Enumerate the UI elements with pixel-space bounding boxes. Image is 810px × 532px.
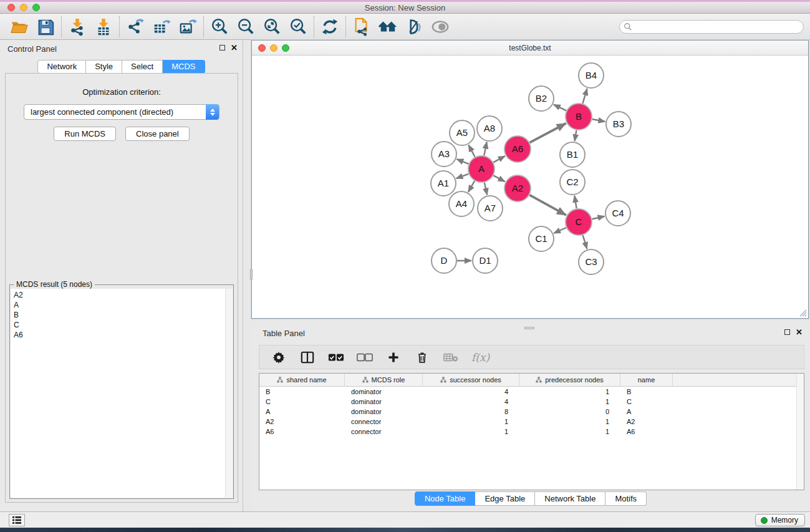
export-network-button[interactable] (122, 16, 148, 38)
memory-button[interactable]: Memory (755, 514, 805, 526)
network-zoom-button[interactable] (282, 44, 289, 52)
node-A4[interactable]: A4 (449, 191, 474, 216)
result-scrollbar[interactable] (225, 289, 233, 498)
function-builder-button[interactable]: f(x) (471, 351, 489, 364)
node-C4[interactable]: C4 (605, 201, 630, 226)
edge-A6-B[interactable] (529, 123, 566, 143)
node-A7[interactable]: A7 (478, 196, 503, 221)
delete-table-button[interactable] (443, 349, 459, 365)
annotation-mode-button[interactable] (401, 16, 427, 38)
edge-C-C4[interactable] (592, 216, 604, 219)
network-window-titlebar[interactable]: testGlobe.txt (252, 41, 808, 56)
cell-name[interactable]: A6 (620, 427, 673, 437)
tab-style[interactable]: Style (86, 60, 122, 74)
node-B[interactable]: B (566, 104, 592, 130)
tab-network[interactable]: Network (37, 60, 86, 74)
node-A1[interactable]: A1 (431, 171, 456, 196)
column-header-successor-nodes[interactable]: successor nodes (423, 374, 519, 386)
table-settings-button[interactable] (271, 349, 287, 365)
result-item[interactable]: C (14, 320, 225, 330)
select-all-button[interactable] (328, 349, 344, 365)
edge-A-A2[interactable] (493, 175, 504, 181)
cell-predecessor-nodes[interactable]: 0 (519, 407, 620, 417)
network-close-button[interactable] (258, 44, 266, 52)
column-header-MCDS-role[interactable]: MCDS role (345, 374, 423, 386)
network-canvas[interactable]: B4B2BB3A5A8A6B1A3AC2A1A2A4A7C4CC1DD1C3 (252, 56, 808, 318)
zoom-out-button[interactable] (233, 16, 259, 38)
result-item[interactable]: A2 (14, 290, 225, 300)
cell-successor-nodes[interactable]: 1 (423, 417, 519, 427)
save-session-button[interactable] (32, 16, 59, 38)
show-hide-panel-button[interactable] (427, 16, 453, 38)
close-window-button[interactable] (7, 4, 15, 11)
edge-B-B3[interactable] (592, 119, 605, 122)
zoom-in-button[interactable] (206, 16, 233, 38)
task-history-button[interactable] (9, 514, 25, 526)
cell-MCDS-role[interactable]: connector (345, 427, 423, 437)
cell-predecessor-nodes[interactable]: 1 (519, 387, 620, 397)
node-A5[interactable]: A5 (450, 120, 475, 145)
mcds-result-list[interactable]: A2ABCA6 (11, 289, 225, 498)
close-panel-icon[interactable]: ✕ (231, 44, 238, 51)
edge-C-C3[interactable] (583, 235, 587, 249)
apply-layout-button[interactable] (317, 16, 343, 38)
table-row[interactable]: Adominator80A (259, 407, 804, 417)
cell-shared-name[interactable]: C (259, 397, 345, 407)
zoom-window-button[interactable] (32, 4, 40, 11)
cell-name[interactable]: A2 (620, 417, 673, 427)
edge-C-C1[interactable] (554, 228, 566, 233)
network-minimize-button[interactable] (270, 44, 277, 52)
cell-name[interactable]: A (620, 407, 673, 417)
export-image-button[interactable] (175, 16, 201, 38)
cell-MCDS-role[interactable]: dominator (345, 407, 423, 417)
cell-shared-name[interactable]: A6 (259, 427, 345, 437)
edge-B-B1[interactable] (575, 130, 577, 142)
tab-edge-table[interactable]: Edge Table (475, 491, 535, 506)
cell-successor-nodes[interactable]: 4 (423, 387, 519, 397)
cell-successor-nodes[interactable]: 4 (423, 397, 519, 407)
cell-name[interactable]: B (620, 387, 673, 397)
result-item[interactable]: A (14, 300, 225, 310)
first-neighbors-button[interactable] (375, 16, 401, 38)
cell-name[interactable]: C (620, 397, 673, 407)
table-scrollbar[interactable] (796, 374, 804, 490)
column-header-shared-name[interactable]: shared name (259, 374, 345, 386)
cell-MCDS-role[interactable]: dominator (345, 387, 423, 397)
cell-MCDS-role[interactable]: connector (345, 417, 423, 427)
cell-predecessor-nodes[interactable]: 1 (519, 427, 620, 437)
cell-shared-name[interactable]: B (259, 387, 345, 397)
network-graph[interactable]: B4B2BB3A5A8A6B1A3AC2A1A2A4A7C4CC1DD1C3 (252, 56, 808, 318)
table-row[interactable]: Bdominator41B (259, 387, 804, 397)
cell-successor-nodes[interactable]: 8 (423, 407, 519, 417)
tab-node-table[interactable]: Node Table (415, 491, 476, 506)
table-row[interactable]: A2connector11A2 (259, 417, 804, 427)
open-session-button[interactable] (6, 16, 32, 38)
node-C3[interactable]: C3 (579, 249, 604, 274)
edge-A-A6[interactable] (493, 156, 505, 162)
cell-shared-name[interactable]: A2 (259, 417, 345, 427)
cell-predecessor-nodes[interactable]: 1 (519, 417, 620, 427)
tab-mcds[interactable]: MCDS (163, 60, 205, 74)
edge-B-B2[interactable] (554, 105, 566, 111)
splitter-handle[interactable] (524, 327, 534, 329)
edge-A-A7[interactable] (485, 182, 487, 195)
delete-column-button[interactable] (414, 349, 430, 365)
node-D[interactable]: D (432, 248, 456, 273)
tab-network-table[interactable]: Network Table (535, 491, 605, 506)
node-A[interactable]: A (468, 156, 494, 182)
table-row[interactable]: Cdominator41C (259, 397, 804, 407)
search-input[interactable] (619, 20, 804, 34)
close-panel-button[interactable]: Close panel (125, 127, 190, 141)
node-C1[interactable]: C1 (529, 226, 554, 251)
tab-select[interactable]: Select (122, 60, 163, 74)
cell-MCDS-role[interactable]: dominator (345, 397, 423, 407)
node-A8[interactable]: A8 (477, 116, 502, 141)
edge-B-B4[interactable] (582, 89, 587, 104)
node-A3[interactable]: A3 (432, 142, 456, 167)
column-manager-button[interactable] (299, 349, 316, 365)
edge-A-A3[interactable] (456, 159, 468, 164)
criterion-select[interactable]: largest connected component (directed) (24, 104, 219, 120)
node-B1[interactable]: B1 (560, 142, 585, 167)
result-item[interactable]: B (14, 310, 225, 320)
zoom-selected-button[interactable] (285, 16, 311, 38)
